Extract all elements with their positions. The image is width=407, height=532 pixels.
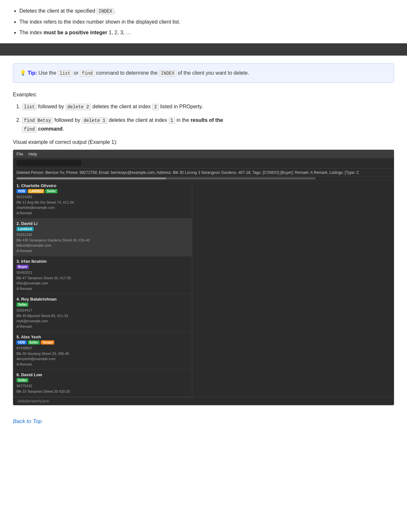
tip-text-2: or [74,70,80,76]
client-5-detail: 87438807 Blk 30 Geylang Street 29, #06-4… [16,346,189,367]
client-item-5[interactable]: 5. Alex Yeoh HDB Seller Tenant 87438807 … [13,332,192,370]
app-input-row [13,158,394,168]
tag-seller: Seller [45,189,57,193]
tip-text-1: Use the [38,70,58,76]
ex1-text-3: listed in PROperty. [160,104,203,109]
examples-list: list followed by delete 2 deletes the cl… [22,102,394,133]
app-menubar: File Help [13,150,394,158]
ex1-text-1: followed by [38,104,66,109]
back-to-top-link[interactable]: Back to Top [13,418,42,425]
ex2-bold-command: command [38,126,63,132]
scrollbar-thumb[interactable] [16,177,166,179]
tip-text-3: command to determine the [96,70,159,76]
client-item-6[interactable]: 6. David Low Seller 98775432 Blk 33 Tamp… [13,370,192,397]
ex1-code-2: 2 [152,104,159,110]
client-6-tags: Seller [16,378,189,382]
scrollbar-track[interactable] [16,177,316,179]
client-1-name: 1. Charlotte Oliveiro [16,183,189,188]
tag-landed: LANDED [28,189,45,193]
bold-positive-integer: must be a positive integer [44,30,107,35]
app-detail-pane [192,181,394,397]
client-5-tags: HDB Seller Tenant [16,340,189,345]
client-6-name: 6. David Low [16,372,189,377]
client-1-detail: 93210283 Blk 11 Ang Mo Kio Street 74, #1… [16,194,189,216]
ex2-text-1: followed by [54,117,82,123]
ex2-code-delete1: delete 1 [82,117,107,124]
client-item-3[interactable]: 3. Irfan Ibrahim Buyer 92492021 Blk 47 T… [13,256,192,294]
client-3-detail: 92492021 Blk 47 Tampines Street 20, #17-… [16,270,189,291]
client-3-tags: Buyer [16,265,189,269]
client-2-detail: 91031282 Blk 436 Serangoon Gardens Stree… [16,232,189,253]
client-item-4[interactable]: 4. Roy Balakrishnan Seller 92624417 Blk … [13,294,192,332]
index-code-1: INDEX [97,8,114,15]
tip-label: Tip: [27,70,37,76]
bullet-2: The index refers to the index number sho… [19,17,394,26]
client-2-name: 2. David Li [16,221,189,226]
tag-seller-6: Seller [16,378,28,382]
app-screenshot: File Help Deleted Person: Bernice Yu; Ph… [13,150,394,405]
tag-seller-4: Seller [16,303,28,307]
app-body: 1. Charlotte Oliveiro HDB LANDED Seller … [13,181,394,397]
client-4-tags: Seller [16,303,189,307]
ex2-text-2: deletes the client at index [109,117,169,123]
client-item-2[interactable]: 2. David Li Landlord 91031282 Blk 436 Se… [13,218,192,256]
app-scrollbar-row [13,176,394,181]
ex1-code-list: list [22,104,37,110]
tag-hdb-5: HDB [16,340,27,345]
menu-file[interactable]: File [16,152,23,156]
client-item-1[interactable]: 1. Charlotte Oliveiro HDB LANDED Seller … [13,181,192,218]
app-deleted-msg: Deleted Person: Bernice Yu; Phone: 99272… [13,168,394,176]
tag-buyer: Buyer [16,265,29,269]
tag-seller-5: Seller [28,340,40,345]
tag-hdb: HDB [16,189,27,193]
client-2-tags: Landlord [16,227,189,231]
bullet-3: The index must be a positive integer 1, … [19,28,394,37]
ex1-code-delete2: delete 2 [66,104,91,110]
client-4-name: 4. Roy Balakrishnan [16,297,189,302]
ex1-text-2: deletes the client at index [92,104,152,109]
client-4-detail: 92624417 Blk 45 Aljunied Street 85, #11-… [16,308,189,329]
intro-bullet-list: Deletes the client at the specified INDE… [19,6,394,37]
client-6-detail: 98775432 Blk 33 Tampines Street 20 #20-2… [16,383,189,394]
tip-text-4: of the client you want to delete. [178,70,249,76]
bullet-1: Deletes the client at the specified INDE… [19,6,394,16]
visual-label: Visual example of correct output (Exampl… [13,139,394,145]
client-1-tags: HDB LANDED Seller [16,189,189,193]
ex2-bold-results: results of the [191,117,223,123]
client-5-name: 5. Alex Yeoh [16,335,189,339]
example-1: list followed by delete 2 deletes the cl… [22,102,394,111]
app-footer: ./data/property.json [13,397,394,405]
tip-code-list: list [58,70,73,77]
tip-emoji: 💡 [20,70,26,76]
ex2-code-find: find [22,126,37,133]
ex2-code-1: 1 [169,117,175,124]
ex2-code-find-betsy: find Betsy [22,117,53,124]
client-3-name: 3. Irfan Ibrahim [16,259,189,264]
tip-box: 💡 Tip: Use the list or find command to d… [13,63,394,83]
section-divider [0,43,407,56]
menu-help[interactable]: Help [28,152,37,156]
tag-landlord: Landlord [16,227,34,231]
examples-label: Examples: [13,92,394,98]
app-list-pane: 1. Charlotte Oliveiro HDB LANDED Seller … [13,181,192,397]
tag-tenant-5: Tenant [41,340,54,345]
tip-code-find: find [80,70,95,77]
app-command-input[interactable] [16,160,81,166]
tip-code-index: INDEX [159,70,176,77]
example-2: find Betsy followed by delete 1 deletes … [22,116,394,134]
